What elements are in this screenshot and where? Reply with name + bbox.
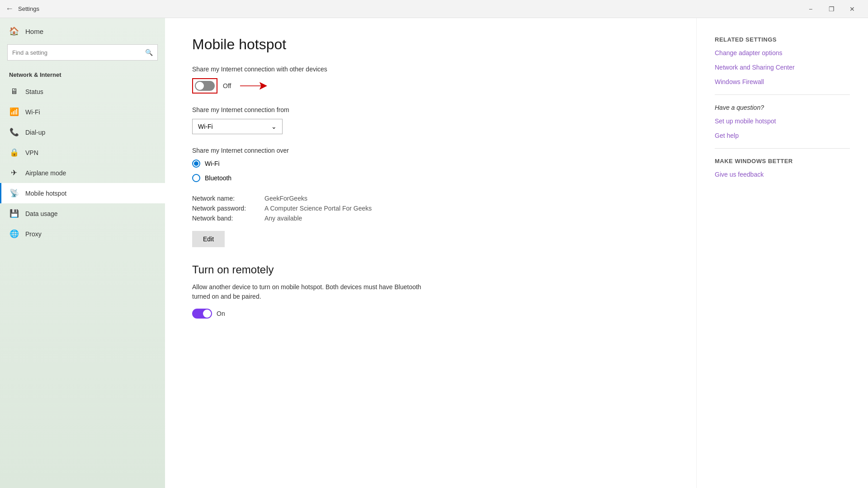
sidebar: 🏠 Home 🔍 Network & Internet 🖥 Status 📶 W… [0, 18, 165, 488]
network-band-row: Network band: Any available [192, 215, 669, 222]
network-name-row: Network name: GeekForGeeks [192, 195, 669, 202]
related-link-firewall[interactable]: Windows Firewall [715, 78, 850, 85]
toggle-on-row: On [192, 309, 669, 319]
back-icon[interactable]: ← [5, 4, 14, 14]
question-link-setup[interactable]: Set up mobile hotspot [715, 117, 850, 125]
title-bar-title: Settings [18, 5, 39, 12]
right-panel: Related settings Change adapter options … [696, 18, 868, 488]
sidebar-home-item[interactable]: 🏠 Home [0, 18, 165, 44]
sidebar-item-label: Airplane mode [25, 169, 66, 177]
share-over-group: Share my Internet connection over Wi-Fi … [192, 147, 669, 182]
app-body: 🏠 Home 🔍 Network & Internet 🖥 Status 📶 W… [0, 18, 868, 488]
sidebar-home-label: Home [25, 28, 43, 35]
share-from-label: Share my Internet connection from [192, 106, 669, 113]
arrow-annotation [240, 80, 267, 91]
maximize-button[interactable]: ❐ [821, 0, 842, 18]
title-bar: ← Settings − ❐ ✕ [0, 0, 868, 18]
toggle-on-label: On [217, 310, 225, 317]
page-title: Mobile hotspot [192, 36, 669, 53]
make-better-title: Make Windows better [715, 158, 850, 164]
turn-on-remotely-title: Turn on remotely [192, 263, 669, 276]
toggle-off-label: Off [223, 82, 231, 89]
radio-bluetooth[interactable]: Bluetooth [192, 174, 669, 182]
related-title: Related settings [715, 36, 850, 43]
question-title: Have a question? [715, 104, 850, 111]
right-divider-1 [715, 94, 850, 95]
dropdown-value: Wi-Fi [198, 123, 213, 130]
dropdown-row: Share my Internet connection from Wi-Fi … [192, 106, 669, 134]
sidebar-section-title: Network & Internet [0, 68, 165, 82]
network-name-value: GeekForGeeks [264, 195, 307, 202]
share-over-label: Share my Internet connection over [192, 147, 669, 154]
network-band-value: Any available [264, 215, 302, 222]
sidebar-item-status[interactable]: 🖥 Status [0, 82, 165, 102]
sidebar-item-label: Proxy [25, 230, 42, 238]
network-password-row: Network password: A Computer Science Por… [192, 205, 669, 212]
question-link-help[interactable]: Get help [715, 132, 850, 139]
sidebar-item-label: Data usage [25, 210, 58, 217]
sidebar-item-label: Status [25, 88, 43, 95]
share-label: Share my Internet connection with other … [192, 66, 669, 73]
sidebar-item-vpn[interactable]: 🔒 VPN [0, 142, 165, 163]
sidebar-item-proxy[interactable]: 🌐 Proxy [0, 224, 165, 244]
airplane-icon: ✈ [9, 168, 19, 178]
sidebar-item-wifi[interactable]: 📶 Wi-Fi [0, 102, 165, 122]
radio-bluetooth-label: Bluetooth [205, 174, 231, 182]
radio-wifi-circle [192, 160, 200, 168]
radio-wifi-label: Wi-Fi [205, 160, 220, 167]
sidebar-item-label: VPN [25, 149, 38, 156]
related-link-sharing[interactable]: Network and Sharing Center [715, 64, 850, 71]
search-input[interactable] [12, 49, 145, 56]
toggle-container [192, 78, 217, 94]
sidebar-item-label: Wi-Fi [25, 108, 40, 116]
chevron-down-icon: ⌄ [271, 123, 277, 130]
sidebar-item-datausage[interactable]: 💾 Data usage [0, 203, 165, 224]
datausage-icon: 💾 [9, 209, 19, 218]
network-password-value: A Computer Science Portal For Geeks [264, 205, 372, 212]
search-icon: 🔍 [145, 49, 153, 56]
sidebar-item-hotspot[interactable]: 📡 Mobile hotspot [0, 183, 165, 203]
sidebar-item-label: Dial-up [25, 129, 45, 136]
edit-button[interactable]: Edit [192, 231, 225, 247]
sidebar-item-dialup[interactable]: 📞 Dial-up [0, 122, 165, 142]
network-info: Network name: GeekForGeeks Network passw… [192, 195, 669, 222]
sidebar-item-airplane[interactable]: ✈ Airplane mode [0, 163, 165, 183]
network-band-label: Network band: [192, 215, 264, 222]
svg-marker-0 [240, 82, 267, 89]
wifi-icon: 📶 [9, 107, 19, 117]
radio-wifi[interactable]: Wi-Fi [192, 160, 669, 168]
radio-bluetooth-circle [192, 174, 200, 182]
minimize-button[interactable]: − [800, 0, 821, 18]
dialup-icon: 📞 [9, 127, 19, 137]
feedback-link[interactable]: Give us feedback [715, 171, 850, 178]
status-icon: 🖥 [9, 87, 19, 96]
toggle-knob [196, 82, 204, 90]
main-content: Mobile hotspot Share my Internet connect… [165, 18, 696, 488]
toggle-row: Off [192, 78, 669, 94]
network-name-label: Network name: [192, 195, 264, 202]
turn-on-remotely-desc: Allow another device to turn on mobile h… [192, 282, 427, 301]
share-from-dropdown[interactable]: Wi-Fi ⌄ [192, 119, 283, 134]
remote-toggle[interactable] [192, 309, 212, 319]
title-bar-controls: − ❐ ✕ [800, 0, 863, 18]
sidebar-item-label: Mobile hotspot [25, 190, 66, 197]
hotspot-toggle[interactable] [195, 81, 215, 91]
search-box: 🔍 [7, 44, 158, 61]
vpn-icon: 🔒 [9, 148, 19, 157]
toggle-knob-on [203, 310, 211, 318]
right-divider-2 [715, 148, 850, 149]
network-password-label: Network password: [192, 205, 264, 212]
related-link-adapter[interactable]: Change adapter options [715, 49, 850, 56]
home-icon: 🏠 [9, 26, 19, 36]
close-button[interactable]: ✕ [842, 0, 863, 18]
hotspot-icon: 📡 [9, 188, 19, 198]
proxy-icon: 🌐 [9, 229, 19, 239]
